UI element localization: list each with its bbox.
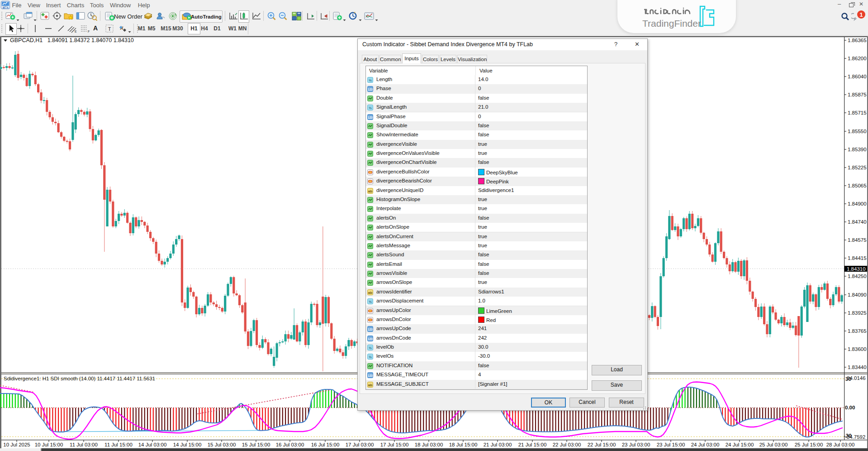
svg-text:½: ½ (369, 300, 372, 304)
svg-text:22 Jul 03:00: 22 Jul 03:00 (553, 442, 581, 447)
svg-text:123: 123 (368, 374, 373, 377)
svg-text:1.83765: 1.83765 (848, 328, 867, 334)
svg-text:1.83440: 1.83440 (848, 365, 867, 370)
svg-text:10 Jul 15:00: 10 Jul 15:00 (35, 442, 63, 447)
svg-text:1.85715: 1.85715 (848, 110, 867, 115)
svg-text:ab: ab (368, 383, 372, 387)
svg-text:11 Jul 15:00: 11 Jul 15:00 (104, 442, 133, 447)
svg-text:28 Jul 03:00: 28 Jul 03:00 (826, 442, 855, 447)
svg-text:34.0146: 34.0146 (847, 375, 866, 381)
svg-text:15 Jul 03:00: 15 Jul 03:00 (208, 442, 236, 447)
svg-text:123: 123 (368, 328, 373, 331)
svg-text:16 Jul 03:00: 16 Jul 03:00 (276, 442, 304, 447)
svg-text:25 Jul 03:00: 25 Jul 03:00 (759, 442, 788, 447)
svg-text:16 Jul 15:00: 16 Jul 15:00 (311, 442, 340, 447)
svg-text:1.83925: 1.83925 (848, 310, 867, 316)
svg-text:1.86040: 1.86040 (848, 74, 867, 79)
svg-text:17 Jul 15:00: 17 Jul 15:00 (380, 442, 409, 447)
svg-text:24 Jul 15:00: 24 Jul 15:00 (726, 442, 754, 447)
svg-text:½: ½ (369, 106, 372, 110)
svg-text:1.83600: 1.83600 (848, 346, 867, 352)
svg-text:1.84900: 1.84900 (848, 201, 867, 206)
svg-text:1.84415: 1.84415 (848, 255, 867, 261)
svg-text:1.86200: 1.86200 (848, 56, 867, 61)
svg-text:1: 1 (859, 11, 863, 18)
svg-text:1.84090: 1.84090 (848, 292, 867, 297)
svg-text:11 Jul 03:00: 11 Jul 03:00 (70, 442, 98, 447)
svg-text:GBPCAD,H1 1.84091 1.84372 1.: GBPCAD,H1 1.84091 1.84372 1.84070 1.8431… (10, 37, 134, 43)
svg-text:23 Jul 03:00: 23 Jul 03:00 (622, 442, 650, 447)
svg-text:ab: ab (368, 290, 372, 294)
svg-text:21 Jul 03:00: 21 Jul 03:00 (484, 442, 512, 447)
svg-text:23 Jul 15:00: 23 Jul 15:00 (657, 442, 685, 447)
svg-text:123: 123 (368, 88, 373, 91)
svg-text:25 Jul 15:00: 25 Jul 15:00 (795, 442, 823, 447)
svg-text:18 Jul 15:00: 18 Jul 15:00 (449, 442, 478, 447)
svg-text:-34.7592: -34.7592 (845, 434, 865, 440)
svg-text:½: ½ (369, 355, 372, 359)
svg-text:10 Jul 2025: 10 Jul 2025 (3, 442, 30, 447)
svg-text:1.85875: 1.85875 (848, 92, 867, 97)
svg-text:123: 123 (368, 115, 373, 119)
svg-text:22 Jul 15:00: 22 Jul 15:00 (588, 442, 616, 447)
svg-text:24 Jul 03:00: 24 Jul 03:00 (691, 442, 720, 447)
svg-text:Sdidivergence1: H1 SDI smooth: Sdidivergence1: H1 SDI smooth (14.00) 11… (4, 376, 155, 381)
svg-text:½: ½ (369, 78, 372, 82)
svg-text:1.86365: 1.86365 (848, 38, 867, 43)
svg-text:1.84575: 1.84575 (848, 237, 867, 243)
svg-text:1.84250: 1.84250 (848, 273, 867, 279)
svg-text:1.85390: 1.85390 (848, 147, 867, 152)
svg-text:1.85550: 1.85550 (848, 129, 867, 134)
svg-text:1.84740: 1.84740 (848, 219, 867, 225)
svg-text:14 Jul 15:00: 14 Jul 15:00 (173, 442, 202, 447)
svg-text:1.85065: 1.85065 (848, 183, 867, 188)
svg-text:0.00: 0.00 (845, 405, 855, 410)
svg-text:1.85225: 1.85225 (848, 165, 867, 170)
svg-text:ab: ab (368, 189, 372, 193)
svg-text:21 Jul 15:00: 21 Jul 15:00 (518, 442, 547, 447)
svg-text:15 Jul 15:00: 15 Jul 15:00 (242, 442, 270, 447)
svg-text:123: 123 (368, 337, 373, 340)
svg-text:1.84310: 1.84310 (847, 266, 866, 272)
svg-text:18 Jul 03:00: 18 Jul 03:00 (415, 442, 443, 447)
svg-text:14 Jul 03:00: 14 Jul 03:00 (138, 442, 167, 447)
svg-text:17 Jul 03:00: 17 Jul 03:00 (346, 442, 374, 447)
svg-text:½: ½ (369, 346, 372, 350)
